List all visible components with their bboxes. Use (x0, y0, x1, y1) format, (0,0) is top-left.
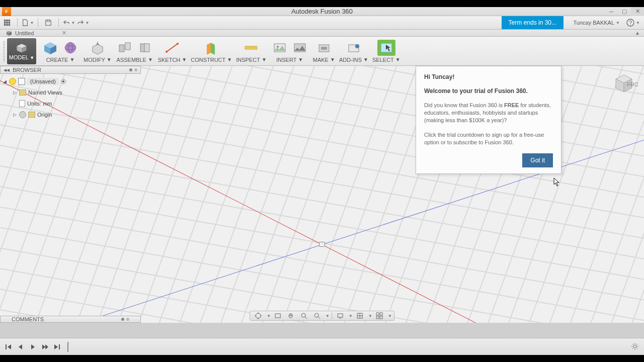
help-button[interactable]: ?▼ (626, 19, 640, 27)
origin-marker[interactable] (319, 242, 325, 247)
tree-units[interactable]: Units: mm (0, 98, 141, 109)
assemble-menu[interactable]: ASSEMBLE ▼ (117, 57, 153, 63)
undo-button[interactable]: ▼ (62, 17, 76, 28)
data-panel-button[interactable] (0, 17, 14, 28)
fit-button[interactable] (311, 311, 323, 320)
construct-menu[interactable]: CONSTRUCT ▼ (191, 57, 232, 63)
modify-menu[interactable]: MODIFY ▼ (84, 57, 112, 63)
svg-rect-1 (6, 20, 8, 22)
save-button[interactable] (41, 17, 55, 28)
sphere-tool-icon[interactable] (61, 40, 79, 56)
viewport[interactable]: FRONT ◀◀ BROWSER ◢ (Unsaved) ▷ (0, 66, 644, 323)
inspect-menu[interactable]: INSPECT ▼ (236, 57, 267, 63)
active-component-icon[interactable] (61, 79, 66, 84)
addins-menu[interactable]: ADD-INS ▼ (339, 57, 368, 63)
timeline-settings-button[interactable] (631, 342, 639, 351)
svg-rect-15 (119, 45, 124, 52)
viewport-button[interactable] (373, 311, 385, 320)
pan-button[interactable] (285, 311, 297, 320)
visibility-icon[interactable] (9, 78, 16, 85)
press-pull-icon[interactable] (89, 40, 107, 56)
svg-rect-7 (6, 24, 8, 26)
tree-origin[interactable]: ▷ Origin (0, 109, 141, 120)
ribbon-group-construct: CONSTRUCT ▼ (191, 40, 232, 63)
comments-panel[interactable]: COMMENTS (0, 316, 141, 323)
svg-rect-50 (380, 316, 382, 319)
tree-named-views[interactable]: ▷ Named Views (0, 87, 141, 98)
ribbon-grip (3, 41, 5, 61)
origin-label: Origin (37, 112, 52, 118)
app-window: F Autodesk Fusion 360 ─ ▢ ✕ ▼ ▼ ▼ Term e… (0, 7, 644, 355)
ribbon-group-assemble: ASSEMBLE ▼ (116, 40, 154, 63)
expand-icon[interactable]: ◢ (2, 79, 7, 84)
redo-button[interactable]: ▼ (76, 17, 90, 28)
collapse-browser-icon[interactable]: ◀◀ (4, 68, 10, 72)
popup-paragraph-2: Click the trial countdown to sign up for… (424, 131, 553, 146)
timeline-play-button[interactable] (28, 342, 37, 352)
trial-countdown-button[interactable]: Term ends in 30... (502, 16, 564, 29)
svg-rect-42 (338, 314, 343, 317)
document-tab[interactable]: Untitled ✕ (3, 30, 69, 37)
insert-menu[interactable]: INSERT ▼ (276, 57, 303, 63)
timeline-next-button[interactable] (40, 342, 49, 352)
minimize-button[interactable]: ─ (605, 7, 618, 16)
svg-rect-6 (4, 24, 6, 26)
viewcube[interactable]: FRONT (610, 69, 638, 97)
timeline-end-button[interactable] (52, 342, 61, 352)
ribbon-group-select: SELECT ▼ (372, 40, 400, 63)
line-tool-icon[interactable] (163, 40, 181, 56)
make-menu[interactable]: MAKE ▼ (313, 57, 335, 63)
workspace-switcher[interactable]: MODEL ▼ (7, 38, 36, 64)
timeline-start-button[interactable] (4, 342, 13, 352)
svg-line-41 (318, 317, 320, 319)
ribbon-group-sketch: SKETCH ▼ (158, 40, 187, 63)
insert-decal-icon[interactable] (271, 40, 289, 56)
ribbon-group-create: CREATE ▼ (41, 40, 79, 63)
svg-text:FRONT: FRONT (627, 81, 638, 87)
look-at-button[interactable] (272, 311, 284, 320)
timeline-marker[interactable] (67, 342, 68, 352)
browser-panel: ◀◀ BROWSER ◢ (Unsaved) ▷ Named Views (0, 66, 141, 122)
svg-point-28 (277, 46, 279, 48)
got-it-button[interactable]: Got it (522, 153, 553, 167)
ribbon-toolbar: MODEL ▼ CREATE ▼ MODIFY ▼ ASSEMBLE ▼ SKE… (0, 37, 644, 66)
user-menu-button[interactable]: Tuncay BAKKAL▼ (574, 20, 620, 26)
timeline-prev-button[interactable] (16, 342, 25, 352)
tree-root[interactable]: ◢ (Unsaved) (0, 76, 141, 87)
orbit-button[interactable] (252, 311, 264, 320)
svg-point-12 (65, 42, 76, 53)
expand-icon[interactable]: ▷ (12, 112, 17, 117)
grid-settings-button[interactable] (354, 311, 366, 320)
browser-header[interactable]: ◀◀ BROWSER (0, 66, 141, 74)
comments-title: COMMENTS (12, 316, 44, 322)
addins-icon[interactable] (345, 40, 363, 56)
units-label: Units: mm (27, 101, 52, 107)
measure-icon[interactable] (242, 40, 260, 56)
zoom-button[interactable] (298, 311, 310, 320)
create-menu[interactable]: CREATE ▼ (46, 57, 75, 63)
collapse-ribbon-icon[interactable]: ▲ (635, 30, 640, 36)
close-tab-icon[interactable]: ✕ (62, 30, 66, 36)
as-built-joint-icon[interactable] (136, 40, 154, 56)
svg-line-39 (305, 317, 307, 319)
maximize-button[interactable]: ▢ (618, 7, 631, 16)
box-tool-icon[interactable] (41, 40, 59, 56)
timeline (0, 338, 644, 355)
close-button[interactable]: ✕ (631, 7, 644, 16)
attached-canvas-icon[interactable] (291, 40, 309, 56)
file-menu-button[interactable]: ▼ (21, 17, 35, 28)
app-title: Autodesk Fusion 360 (291, 8, 353, 15)
joint-icon[interactable] (116, 40, 134, 56)
construct-plane-icon[interactable] (202, 40, 220, 56)
select-menu[interactable]: SELECT ▼ (372, 57, 400, 63)
select-tool-icon[interactable] (377, 40, 395, 56)
popup-paragraph-1: Did you know that Fusion 360 is FREE for… (424, 102, 553, 124)
visibility-off-icon[interactable] (19, 111, 26, 118)
sketch-menu[interactable]: SKETCH ▼ (158, 57, 187, 63)
ribbon-group-inspect: INSPECT ▼ (236, 40, 267, 63)
display-settings-button[interactable] (334, 311, 346, 320)
3d-print-icon[interactable] (315, 40, 333, 56)
expand-icon[interactable]: ▷ (12, 90, 17, 95)
svg-point-38 (301, 313, 305, 317)
svg-point-19 (166, 51, 168, 53)
